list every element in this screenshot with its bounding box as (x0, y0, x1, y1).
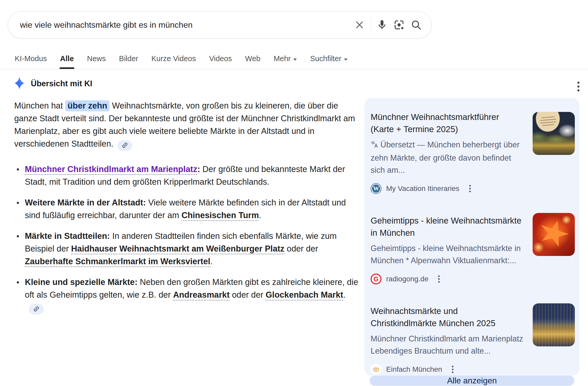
voice-search-button[interactable] (373, 16, 391, 33)
sources-panel: Münchner Weihnachtsmarktführer (Karte + … (364, 98, 579, 376)
bullet-lead: Kleine und spezielle Märkte: (25, 277, 137, 287)
bullet-text: . (343, 290, 346, 299)
source-card-snippet: Geheimtipps - kleine Weihnachtsmärkte in… (371, 242, 523, 267)
source-attribution-row[interactable]: Einfach München (371, 363, 574, 376)
search-icon (410, 19, 422, 31)
searchbar-divider (371, 17, 371, 32)
market-link[interactable]: Glockenbach Markt (266, 290, 343, 301)
tab-mehr-label: Mehr (274, 54, 291, 63)
link-icon (121, 142, 128, 149)
radiogong-logo-icon: G (371, 274, 381, 284)
tab-videos[interactable]: Videos (209, 51, 232, 69)
tab-news[interactable]: News (86, 51, 106, 69)
bullet-text: . (259, 211, 261, 220)
source-card-snippet: Münchner Christkindlmarkt am Marienplatz… (371, 333, 523, 357)
tab-mehr[interactable]: Mehr (273, 51, 297, 69)
wordpress-logo-icon: W (371, 183, 381, 194)
source-card[interactable]: Geheimtipps - kleine Weihnachtsmärkte in… (364, 203, 579, 285)
clear-search-button[interactable] (351, 16, 368, 33)
list-item: Münchner Christkindlmarkt am Marienplatz… (14, 163, 359, 188)
bullet-separator: : (197, 165, 200, 174)
source-card-thumbnail[interactable] (533, 213, 575, 256)
card-menu-button[interactable] (450, 364, 455, 375)
ai-overview-menu-button[interactable] (572, 78, 584, 95)
source-site-name: My Vacation Itineraries (386, 184, 459, 193)
tab-kurze-videos[interactable]: Kurze Videos (151, 51, 196, 69)
source-card-thumbnail[interactable] (533, 303, 575, 346)
highlighted-answer-phrase[interactable]: über zehn (65, 100, 110, 111)
market-link[interactable]: Zauberhafte Schmankerlmarkt im Werksvier… (25, 257, 210, 267)
kebab-icon (577, 82, 579, 91)
card-menu-button[interactable] (468, 183, 472, 194)
source-card-thumbnail[interactable] (533, 112, 575, 155)
source-card-title[interactable]: Geheimtipps - kleine Weihnachtsmärkte in… (371, 215, 523, 239)
source-card[interactable]: Münchner Weihnachtsmarktführer (Karte + … (364, 98, 579, 195)
source-attribution-row[interactable]: G radiogong.de (371, 273, 574, 285)
search-submit-button[interactable] (408, 16, 425, 33)
chevron-down-icon (293, 59, 297, 61)
snippet-text: Übersetzt — München beherbergt über zehn… (371, 140, 520, 175)
tab-ki-modus[interactable]: KI-Modus (14, 51, 47, 69)
tab-suchfilter-label: Suchfilter (310, 54, 341, 63)
bullet-lead: Märkte in Stadtteilen: (25, 231, 110, 241)
ai-overview-title: Übersicht mit KI (31, 79, 92, 88)
tab-bilder[interactable]: Bilder (119, 51, 139, 69)
source-card-snippet: Übersetzt — München beherbergt über zehn… (371, 139, 523, 176)
microphone-icon (376, 19, 388, 31)
card-menu-button[interactable] (437, 274, 441, 284)
source-site-name: radiogong.de (386, 275, 428, 283)
answer-bullet-list: Münchner Christkindlmarkt am Marienplatz… (14, 163, 359, 315)
market-link[interactable]: Andreasmarkt (173, 290, 230, 301)
source-site-name: Einfach München (386, 365, 442, 374)
ai-overview-answer: München hat über zehn Weihnachtsmärkte, … (14, 99, 359, 323)
search-input[interactable] (19, 20, 351, 30)
bullet-text: oder der (284, 244, 318, 253)
list-item: Kleine und spezielle Märkte: Neben den g… (14, 276, 359, 315)
pretzel-logo-icon (371, 364, 381, 375)
results-tab-bar: KI-Modus Alle News Bilder Kurze Videos V… (0, 51, 588, 69)
close-icon (354, 19, 365, 30)
source-card[interactable]: Weihnachtsmärkte und Christkindlmärkte M… (364, 293, 579, 376)
source-link-chip[interactable] (117, 140, 132, 151)
show-all-sources-button[interactable]: Alle anzeigen (370, 376, 574, 386)
gemini-sparkle-icon (15, 77, 24, 91)
tab-suchfilter[interactable]: Suchfilter (310, 51, 348, 69)
bullet-text: oder der (230, 290, 266, 299)
source-attribution-row[interactable]: W My Vacation Itineraries (371, 182, 574, 195)
market-link[interactable]: Münchner Christkindlmarkt am Marienplatz (25, 165, 197, 175)
source-card-title[interactable]: Weihnachtsmärkte und Christkindlmärkte M… (371, 305, 523, 329)
camera-lens-icon (393, 19, 405, 31)
paragraph-text: München hat (14, 101, 65, 110)
list-item: Märkte in Stadtteilen: In anderen Stadtt… (14, 230, 359, 268)
tab-web[interactable]: Web (245, 51, 261, 69)
chevron-down-icon (344, 59, 348, 61)
market-link[interactable]: Chinesischen Turm (181, 211, 259, 221)
bullet-lead: Weitere Märkte in der Altstadt: (25, 198, 146, 207)
bullet-text: . (210, 257, 213, 266)
tab-alle[interactable]: Alle (60, 51, 74, 69)
source-link-chip[interactable] (29, 304, 44, 314)
ai-overview-header: Übersicht mit KI (15, 77, 92, 91)
source-card-title[interactable]: Münchner Weihnachtsmarktführer (Karte + … (371, 111, 523, 135)
link-icon (33, 305, 40, 313)
market-link[interactable]: Haidhauser Weihnachtsmarkt am Weißenburg… (71, 244, 284, 254)
translate-icon (371, 140, 378, 152)
answer-paragraph: München hat über zehn Weihnachtsmärkte, … (14, 99, 359, 151)
search-bar[interactable] (8, 11, 432, 38)
list-item: Weitere Märkte in der Altstadt: Viele we… (14, 196, 359, 222)
lens-search-button[interactable] (391, 16, 408, 33)
